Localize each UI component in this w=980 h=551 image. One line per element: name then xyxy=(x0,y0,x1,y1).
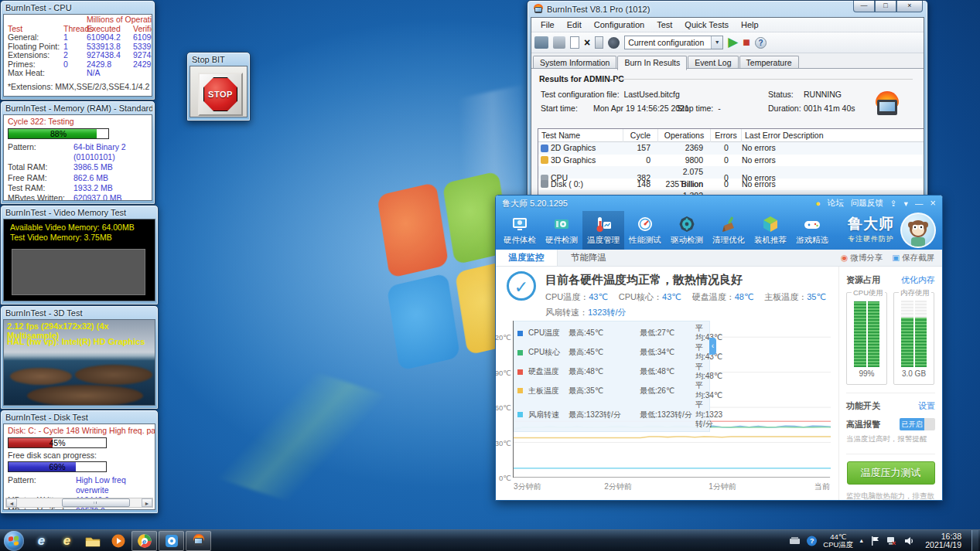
stopbit-titlebar[interactable]: Stop BIT xyxy=(190,53,248,66)
new-config-icon[interactable] xyxy=(570,36,579,49)
cert-icon[interactable] xyxy=(595,36,603,49)
menu-configuration[interactable]: Configuration xyxy=(588,20,650,29)
minimize-button[interactable]: — xyxy=(853,1,875,12)
settings-link[interactable]: 设置 xyxy=(918,400,935,412)
close-button[interactable]: × xyxy=(896,1,923,12)
nav-cleanup[interactable]: 清理优化 xyxy=(708,211,750,250)
temperature-panel: ✓ 目前各硬件温度均正常，散热情况良好 CPU温度：43℃ CPU核心：43℃ … xyxy=(496,267,838,500)
nav-hardware-exam[interactable]: 硬件体检 xyxy=(499,211,541,250)
chevron-down-icon[interactable]: ▼ xyxy=(711,36,722,49)
window-title: BurnInTest V8.1 Pro (1012) xyxy=(547,5,650,14)
stress-test-button[interactable]: 温度压力测试 xyxy=(847,461,935,485)
print-icon[interactable] xyxy=(553,36,565,49)
col-operations[interactable]: Operations xyxy=(658,129,711,142)
disk-window-titlebar[interactable]: BurnInTest - Disk Test xyxy=(3,410,155,423)
horizontal-scrollbar[interactable]: ◄ ► xyxy=(5,498,153,508)
legend-collapse-button[interactable]: ‹ xyxy=(709,338,716,355)
masterlu-tabstrip: 温度监控 节能降温 ◉ 微博分享 ▣ 保存截屏 xyxy=(496,250,942,267)
help-icon[interactable]: ? xyxy=(755,37,767,49)
nav-benchmark[interactable]: 性能测试 xyxy=(624,211,666,250)
nav-hardware-detect[interactable]: 硬件检测 xyxy=(541,211,582,250)
table-row[interactable]: CPU 3822.075 Trillion 0No errors xyxy=(538,166,924,179)
taskbar-media-player-icon[interactable] xyxy=(105,531,131,551)
menu-file[interactable]: File xyxy=(534,20,561,29)
table-row[interactable]: Disk ( 0:) 148235 Billion 0No errors xyxy=(538,179,924,191)
skin-icon[interactable]: ⇪ xyxy=(890,199,897,208)
close-button[interactable]: × xyxy=(930,197,936,209)
col-cycle[interactable]: Cycle xyxy=(623,129,658,142)
tab-cooling[interactable]: 节能降温 xyxy=(558,250,620,266)
nav-games[interactable]: 游戏精选 xyxy=(791,211,833,250)
configuration-select[interactable]: Current configuration ▼ xyxy=(624,36,723,49)
feedback-link[interactable]: 问题反馈 xyxy=(851,198,883,209)
test-video-memory: Test Video Memory: 3.75MB xyxy=(4,232,155,242)
legend-swatch xyxy=(517,331,523,336)
network-icon[interactable]: × xyxy=(886,536,898,546)
svg-text:×: × xyxy=(892,539,896,546)
col-last-error[interactable]: Last Error Description xyxy=(742,129,924,142)
tab-event-log[interactable]: Event Log xyxy=(688,56,738,68)
nav-pc-builder[interactable]: 装机推荐 xyxy=(750,211,791,250)
tab-burn-in-results[interactable]: Burn In Results xyxy=(617,56,687,70)
video-window-titlebar[interactable]: BurnInTest - Video Memory Test xyxy=(3,206,155,219)
maximize-button[interactable]: □ xyxy=(875,1,896,12)
tab-system-information[interactable]: System Information xyxy=(533,56,616,68)
scroll-right-arrow[interactable]: ► xyxy=(142,498,152,507)
alarm-toggle[interactable]: 已开启 xyxy=(900,418,935,430)
gauge-icon[interactable] xyxy=(608,37,620,49)
stop-bit-button[interactable]: STOP xyxy=(198,73,243,116)
forum-link[interactable]: 论坛 xyxy=(828,198,844,209)
col-errors[interactable]: Errors xyxy=(711,129,742,142)
scroll-left-arrow[interactable]: ◄ xyxy=(6,498,17,507)
taskbar-ie-icon[interactable]: e xyxy=(29,531,54,551)
mascot-avatar[interactable] xyxy=(900,213,936,248)
medal-icon[interactable]: ● xyxy=(815,199,821,208)
camera-icon: ▣ xyxy=(892,253,900,262)
video-memory-test-window: BurnInTest - Video Memory Test Available… xyxy=(0,205,159,305)
tab-temp-monitor[interactable]: 温度监控 xyxy=(496,250,558,266)
nav-temperature[interactable]: 温度管理 xyxy=(582,211,624,250)
start-button[interactable] xyxy=(4,531,24,551)
tray-cpu-temp[interactable]: 44℃ CPU温度 xyxy=(823,533,853,549)
tray-help-icon[interactable]: ? xyxy=(806,536,818,546)
scroll-thumb[interactable] xyxy=(62,498,130,507)
x-tick: 3分钟前 xyxy=(514,481,541,492)
speaker-icon[interactable] xyxy=(903,536,915,546)
menu-help[interactable]: Help xyxy=(735,20,765,29)
menu-chevron-icon[interactable]: ▾ xyxy=(904,199,908,208)
tray-device-icon[interactable] xyxy=(789,536,801,546)
save-screenshot-link[interactable]: ▣ 保存截屏 xyxy=(892,253,934,264)
taskbar-browser-running[interactable]: e xyxy=(131,531,157,551)
show-desktop-button[interactable] xyxy=(971,530,978,551)
taskbar-ie-classic-icon[interactable]: e xyxy=(54,531,80,551)
tab-temperature[interactable]: Temperature xyxy=(739,56,799,68)
window-title: BurnInTest - Video Memory Test xyxy=(5,208,126,217)
action-center-flag-icon[interactable] xyxy=(869,536,881,546)
tray-expand-icon[interactable]: ▲ xyxy=(859,538,864,543)
weibo-share-link[interactable]: ◉ 微博分享 xyxy=(841,253,883,264)
taskbar-masterlu-running[interactable] xyxy=(159,531,184,551)
y-tick: 0℃ xyxy=(495,474,511,482)
menu-quick-tests[interactable]: Quick Tests xyxy=(678,20,735,29)
cpu-window-titlebar[interactable]: BurnInTest - CPU xyxy=(3,1,152,14)
minimize-button[interactable]: — xyxy=(915,199,924,208)
menu-edit[interactable]: Edit xyxy=(561,20,588,29)
3d-test-window: BurnInTest - 3D Test 2.12 fps (294x172x3… xyxy=(0,305,159,410)
taskbar-burnintest-running[interactable] xyxy=(186,531,211,551)
results-header: Results for ADMIN-PC xyxy=(539,74,624,83)
table-row[interactable]: 2D Graphics 1572369 0No errors xyxy=(538,142,924,155)
stop-test-button[interactable]: ■ xyxy=(743,36,750,49)
3d-window-titlebar[interactable]: BurnInTest - 3D Test xyxy=(3,306,155,319)
taskbar-explorer-icon[interactable] xyxy=(80,531,105,551)
nav-driver[interactable]: 驱动检测 xyxy=(666,211,708,250)
delete-icon[interactable]: × xyxy=(584,36,590,49)
menu-test[interactable]: Test xyxy=(650,20,678,29)
optimize-memory-link[interactable]: 优化内存 xyxy=(901,274,935,286)
memory-window-titlebar[interactable]: BurnInTest - Memory (RAM) - Standard xyxy=(3,101,152,114)
table-row[interactable]: 3D Graphics 09800 0No errors xyxy=(538,155,924,167)
tab-strip: System Information Burn In Results Event… xyxy=(531,53,924,69)
report-icon[interactable] xyxy=(534,36,548,49)
col-test-name[interactable]: Test Name xyxy=(538,129,623,142)
start-test-button[interactable]: ▶ xyxy=(728,36,738,49)
clock[interactable]: 16:38 2021/4/19 xyxy=(920,532,966,549)
